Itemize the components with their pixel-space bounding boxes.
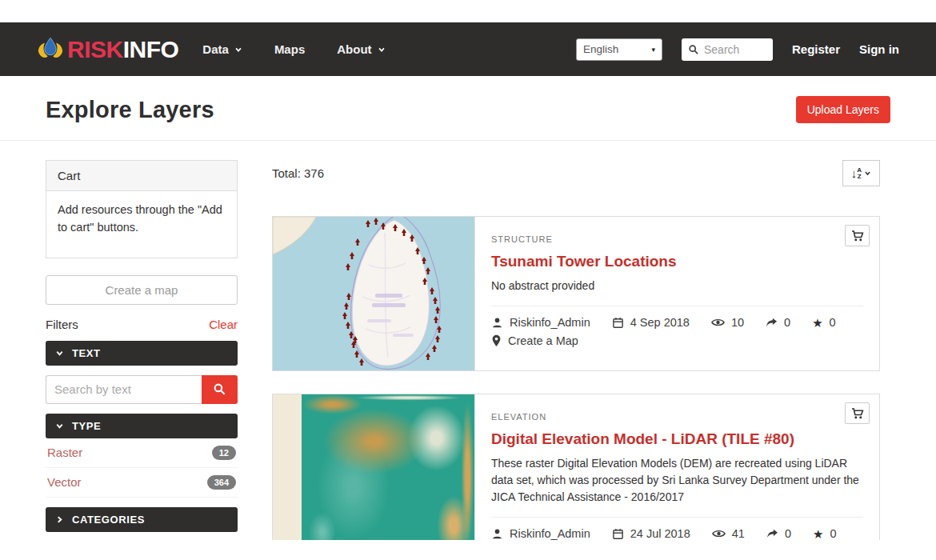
sign-in-link[interactable]: Sign in bbox=[859, 42, 899, 56]
navbar: RISKINFO Data Maps About English ▾ bbox=[0, 22, 936, 76]
brand-info: INFO bbox=[123, 36, 179, 62]
filters-row: Filters Clear bbox=[46, 318, 238, 331]
filter-option-raster[interactable]: Raster 12 bbox=[46, 438, 238, 468]
filter-section-categories[interactable]: CATEGORIES bbox=[46, 507, 238, 532]
layer-owner[interactable]: Riskinfo_Admin bbox=[491, 316, 590, 329]
results-toolbar: Total: 376 ↓ A Z bbox=[272, 160, 880, 186]
filter-option-vector[interactable]: Vector 364 bbox=[46, 468, 238, 498]
share-icon bbox=[766, 318, 778, 328]
sidebar: Cart Add resources through the "Add to c… bbox=[46, 160, 238, 549]
chevron-down-icon bbox=[55, 422, 64, 430]
nav-item-data-label: Data bbox=[202, 42, 229, 56]
cart-panel: Cart Add resources through the "Add to c… bbox=[46, 160, 238, 258]
eye-icon bbox=[711, 318, 725, 327]
layer-views: 10 bbox=[711, 316, 744, 329]
raster-count-badge: 12 bbox=[212, 446, 236, 460]
layer-owner[interactable]: Riskinfo_Admin bbox=[491, 527, 590, 540]
nav-menu: Data Maps About bbox=[202, 42, 385, 56]
sort-button[interactable]: ↓ A Z bbox=[842, 160, 880, 186]
page-title: Explore Layers bbox=[46, 97, 214, 123]
filters-label: Filters bbox=[46, 318, 78, 331]
create-map-button[interactable]: Create a map bbox=[46, 275, 238, 305]
vector-count-badge: 364 bbox=[207, 475, 236, 490]
layer-shares: 0 bbox=[766, 316, 790, 329]
layer-meta-row: Riskinfo_Admin 24 Jul 2018 bbox=[491, 517, 863, 540]
layer-abstract: These raster Digital Elevation Models (D… bbox=[491, 455, 863, 506]
layer-ratings: ★ 0 bbox=[812, 316, 836, 329]
layer-date: 4 Sep 2018 bbox=[612, 316, 690, 329]
text-search-button[interactable] bbox=[202, 375, 238, 404]
layer-title-link[interactable]: Digital Elevation Model - LiDAR (TILE #8… bbox=[491, 430, 863, 448]
language-select[interactable]: English ▾ bbox=[576, 38, 662, 61]
filter-section-text[interactable]: TEXT bbox=[46, 341, 238, 366]
chevron-down-icon bbox=[378, 46, 386, 54]
page: RISKINFO Data Maps About English ▾ bbox=[0, 0, 936, 560]
text-search-row bbox=[46, 375, 238, 404]
total-count: Total: 376 bbox=[272, 160, 324, 180]
layer-thumbnail-dem[interactable] bbox=[273, 394, 475, 560]
navbar-right: English ▾ Register Sign in bbox=[576, 38, 899, 61]
navbar-search-input[interactable] bbox=[704, 43, 760, 56]
register-link[interactable]: Register bbox=[792, 42, 840, 56]
cart-panel-body: Add resources through the "Add to cart" … bbox=[46, 191, 237, 258]
language-selected-value: English bbox=[583, 43, 618, 55]
dem-image bbox=[302, 394, 474, 560]
results: Total: 376 ↓ A Z bbox=[272, 160, 880, 560]
layer-category: STRUCTURE bbox=[491, 234, 863, 244]
nav-item-maps-label: Maps bbox=[274, 42, 305, 56]
nav-item-data[interactable]: Data bbox=[202, 42, 242, 56]
nav-item-about[interactable]: About bbox=[337, 42, 385, 56]
brand-risk: RISK bbox=[67, 36, 123, 62]
layer-card-body: ELEVATION Digital Elevation Model - LiDA… bbox=[475, 394, 879, 560]
layer-thumbnail-map[interactable] bbox=[273, 217, 475, 370]
clear-filters-link[interactable]: Clear bbox=[209, 318, 238, 331]
layer-card: STRUCTURE Tsunami Tower Locations No abs… bbox=[272, 216, 880, 371]
layer-date: 24 Jul 2018 bbox=[612, 527, 690, 540]
filter-section-type[interactable]: TYPE bbox=[46, 414, 238, 438]
nav-item-about-label: About bbox=[337, 42, 371, 56]
calendar-icon bbox=[612, 317, 624, 329]
brand-text: RISKINFO bbox=[67, 38, 178, 62]
layer-abstract: No abstract provided bbox=[491, 278, 863, 294]
add-to-cart-button[interactable] bbox=[845, 225, 870, 246]
page-header: Explore Layers Upload Layers bbox=[0, 76, 936, 141]
nav-item-maps[interactable]: Maps bbox=[274, 42, 305, 56]
select-caret-icon: ▾ bbox=[651, 46, 655, 54]
layer-card: ELEVATION Digital Elevation Model - LiDA… bbox=[272, 394, 880, 560]
brand-logo[interactable]: RISKINFO bbox=[37, 36, 178, 62]
navbar-search bbox=[682, 38, 773, 61]
create-a-map-link[interactable]: Create a Map bbox=[508, 334, 578, 347]
star-icon: ★ bbox=[812, 317, 822, 329]
filter-section-text-label: TEXT bbox=[72, 347, 101, 359]
filter-option-vector-label: Vector bbox=[47, 475, 82, 489]
content: Cart Add resources through the "Add to c… bbox=[0, 141, 936, 560]
sri-lanka-map-image bbox=[273, 217, 475, 370]
layer-title-link[interactable]: Tsunami Tower Locations bbox=[491, 253, 863, 270]
layer-ratings: ★ 0 bbox=[813, 527, 837, 540]
layer-create-map-row: Create a Map bbox=[491, 329, 863, 347]
chevron-right-icon bbox=[55, 515, 64, 524]
layer-meta-row: Riskinfo_Admin 4 Sep 2018 bbox=[491, 306, 863, 329]
filter-option-raster-label: Raster bbox=[47, 446, 82, 459]
share-icon bbox=[766, 529, 778, 539]
chevron-down-icon bbox=[234, 46, 242, 54]
layer-category: ELEVATION bbox=[491, 412, 863, 422]
user-icon bbox=[491, 317, 503, 329]
cart-icon bbox=[851, 407, 864, 420]
filter-section-categories-label: CATEGORIES bbox=[72, 514, 145, 526]
map-marker-icon bbox=[491, 334, 502, 347]
bottom-margin bbox=[0, 540, 936, 560]
user-icon bbox=[491, 528, 503, 540]
chevron-down-icon bbox=[864, 170, 871, 177]
search-icon bbox=[688, 44, 699, 55]
upload-layers-button[interactable]: Upload Layers bbox=[796, 96, 890, 123]
filter-section-type-label: TYPE bbox=[72, 420, 101, 432]
layer-shares: 0 bbox=[766, 527, 791, 540]
star-icon: ★ bbox=[813, 528, 823, 540]
add-to-cart-button[interactable] bbox=[845, 402, 870, 424]
sort-az-icon: ↓ A Z bbox=[851, 167, 862, 179]
eye-icon bbox=[712, 529, 726, 538]
text-search-input[interactable] bbox=[46, 375, 202, 404]
chevron-down-icon bbox=[55, 349, 64, 358]
search-icon bbox=[213, 382, 226, 396]
